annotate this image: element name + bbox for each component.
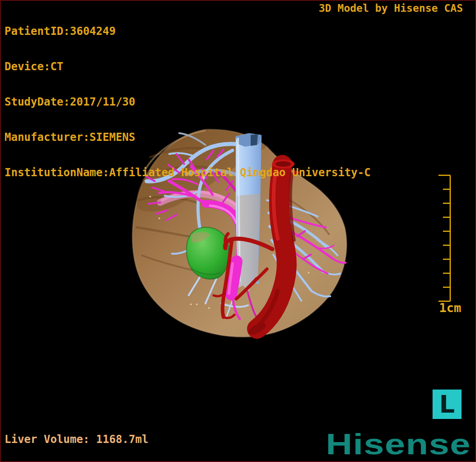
patient-info-overlay: PatientID:3604249 Device:CT StudyDate:20… (5, 2, 371, 202)
institution-name: InstitutionName:Affiliated Hospital Qing… (5, 167, 371, 178)
hisense-logo: Hisense (326, 428, 471, 461)
manufacturer: Manufacturer:SIEMENS (5, 131, 371, 143)
viewer-window: PatientID:3604249 Device:CT StudyDate:20… (0, 0, 476, 462)
tumor (186, 227, 228, 279)
scale-ruler-label: 1cm (430, 301, 471, 315)
study-date: StudyDate:2017/11/30 (5, 96, 371, 108)
app-title: 3D Model by Hisense CAS (319, 2, 463, 14)
device: Device:CT (5, 61, 371, 72)
orientation-marker-left: L (433, 390, 462, 419)
scale-ruler (433, 174, 452, 317)
patient-id: PatientID:3604249 (5, 25, 371, 37)
liver-volume-readout: Liver Volume: 1168.7ml (5, 433, 148, 446)
